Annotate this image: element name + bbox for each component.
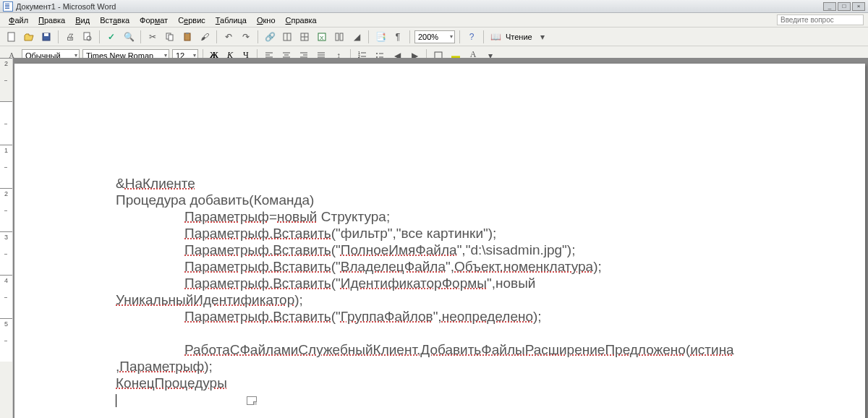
svg-rect-16 [336,33,339,40]
svg-rect-2 [44,33,48,36]
code-text: Параметрыф.Вставить [184,309,331,324]
standard-toolbar: 🖨 ✓ 🔍 ✂ 🖌 ↶ ↷ 🔗 X ◢ 📑 ¶ 200% ? 📖 Чтение … [0,27,868,46]
code-text: Структура; [317,209,390,224]
menu-table[interactable]: Таблица [211,14,251,26]
separator [459,30,460,43]
code-text: ", [446,259,454,274]
reading-label[interactable]: Чтение [506,33,532,41]
save-icon[interactable] [39,30,54,44]
code-text: НаКлиенте [125,176,195,191]
print-icon[interactable]: 🖨 [63,30,77,44]
code-text: новый [277,209,317,224]
paste-options-icon[interactable] [247,396,257,405]
format-painter-icon[interactable]: 🖌 [197,30,212,44]
zoom-dropdown[interactable]: 200% [414,30,455,43]
redo-icon[interactable]: ↷ [239,30,253,44]
menu-edit[interactable]: Правка [34,14,69,26]
excel-icon[interactable]: X [315,30,329,44]
maximize-button[interactable]: □ [838,2,851,11]
code-text: ",новый [487,276,535,291]
page-area: &НаКлиенте Процедура добавить(Команда) П… [13,58,868,418]
separator [140,30,141,43]
close-button[interactable]: × [852,2,865,11]
separator [99,30,100,43]
svg-point-38 [376,53,378,54]
code-text: Параметрыф.Вставить [184,226,331,241]
code-text: ИдентификаторФормы [341,276,487,291]
svg-rect-17 [340,33,343,40]
separator [409,30,410,43]
text-cursor [116,394,116,407]
code-text: Процедура добавить(Команда) [116,192,865,208]
cut-icon[interactable]: ✂ [145,30,160,44]
svg-rect-8 [186,33,189,34]
help-search-input[interactable] [777,14,864,25]
insert-table-icon[interactable] [297,30,312,44]
menu-service[interactable]: Сервис [174,14,210,26]
show-marks-icon[interactable]: ¶ [391,30,405,44]
window-title: Документ1 - Microsoft Word [16,2,823,11]
code-text: (" [331,309,341,324]
document-page[interactable]: &НаКлиенте Процедура добавить(Команда) П… [14,64,865,418]
hyperlink-icon[interactable]: 🔗 [263,30,277,44]
open-icon[interactable] [22,30,36,44]
code-text: ); [593,259,602,274]
code-text: (" [331,259,341,274]
window-buttons: _ □ × [823,2,865,11]
toolbar-options-icon[interactable]: ▾ [535,30,550,44]
menu-view[interactable]: Вид [71,14,94,26]
separator [483,30,484,43]
code-text: & [116,176,125,191]
document-content[interactable]: &НаКлиенте Процедура добавить(Команда) П… [14,64,865,408]
code-text: ВладелецФайла [341,259,446,274]
drawing-icon[interactable]: ◢ [349,30,364,44]
separator [258,30,258,43]
menu-help[interactable]: Справка [281,14,321,26]
document-icon [3,1,13,12]
svg-rect-0 [8,33,14,41]
minimize-button[interactable]: _ [823,2,836,11]
paste-icon[interactable] [180,30,195,44]
svg-rect-6 [169,35,173,40]
code-text: Параметрыф [119,359,204,374]
code-text: Параметрыф.Вставить [184,276,331,291]
code-text: ); [533,309,542,324]
code-text: (" [331,276,341,291]
menu-window[interactable]: Окно [252,14,280,26]
document-map-icon[interactable]: 📑 [373,30,388,44]
code-text: Объект.номенклатура [454,259,593,274]
new-doc-icon[interactable] [4,30,19,44]
code-text: = [269,209,277,224]
menu-insert[interactable]: Вставка [95,14,134,26]
code-text: Параметрыф [184,209,269,224]
menu-file[interactable]: Файл [4,14,33,26]
menubar: Файл Правка Вид Вставка Формат Сервис Та… [0,13,868,27]
code-text: ", [433,309,442,324]
research-icon[interactable]: 🔍 [122,30,136,44]
code-text: Параметрыф.Вставить [184,242,331,257]
code-text: КонецПроцедуры [116,375,227,391]
code-text: истина [690,342,734,357]
columns-icon[interactable] [332,30,346,44]
undo-icon[interactable]: ↶ [221,30,236,44]
reading-icon[interactable]: 📖 [488,30,503,44]
separator [368,30,369,43]
code-text: ГруппаФайлов [341,309,433,324]
code-text: (" [331,242,341,257]
code-text: ПолноеИмяФайла [341,242,457,257]
tables-borders-icon[interactable] [280,30,294,44]
code-text: ("фильтр","все картинки"); [331,226,497,241]
help-icon[interactable]: ? [464,30,479,44]
copy-icon[interactable] [163,30,177,44]
menu-format[interactable]: Формат [135,14,172,26]
workspace: 2 1 2 3 4 5 &НаКлиенте Процедура добавит… [0,58,868,418]
spellcheck-icon[interactable]: ✓ [104,30,119,44]
svg-rect-7 [184,33,190,40]
titlebar: Документ1 - Microsoft Word _ □ × [0,0,868,13]
preview-icon[interactable] [80,30,95,44]
code-text: ); [204,359,213,374]
svg-text:X: X [320,35,324,41]
code-text: УникальныйИдентификатор [116,292,294,307]
vertical-ruler[interactable]: 2 1 2 3 4 5 [0,58,13,418]
zoom-value: 200% [418,33,438,41]
